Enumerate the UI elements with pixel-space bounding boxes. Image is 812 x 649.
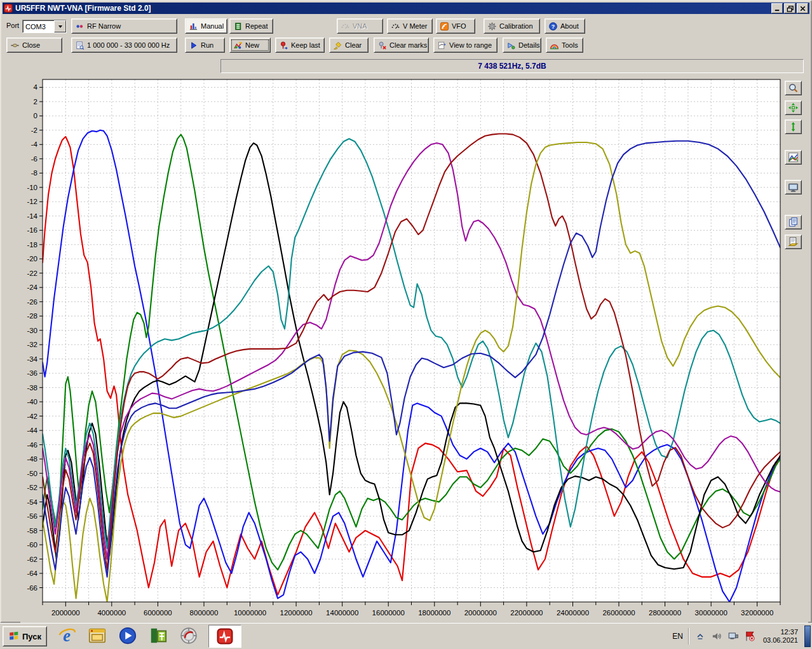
clear-marks-button[interactable]: Clear marks xyxy=(374,38,429,53)
clock-time: 12:37 xyxy=(763,628,798,636)
svg-text:30000000: 30000000 xyxy=(695,609,727,617)
minimize-window-button[interactable] xyxy=(771,3,783,13)
button-label: VFO xyxy=(452,22,466,30)
desktop: UR5FFR NWT-VNA [Firmware Std 2.0] Port C… xyxy=(0,0,812,649)
view-range-page-icon xyxy=(437,41,447,50)
svg-text:-2: -2 xyxy=(31,126,37,134)
svg-text:18000000: 18000000 xyxy=(418,609,450,617)
close-plug-icon xyxy=(10,41,20,50)
svg-text:14000000: 14000000 xyxy=(326,609,358,617)
fit-screen-button[interactable] xyxy=(785,100,802,115)
repeat-button[interactable]: Repeat xyxy=(229,18,273,34)
graph-style-button[interactable] xyxy=(785,150,802,165)
window-controls xyxy=(770,3,808,13)
svg-text:28000000: 28000000 xyxy=(649,609,681,617)
security-alert-tray-icon[interactable] xyxy=(743,629,757,643)
internet-explorer-launcher[interactable]: e xyxy=(56,625,78,646)
about-button[interactable]: ?About xyxy=(545,18,585,34)
nwt-vna-task-button[interactable] xyxy=(208,625,241,648)
taskbar-clock[interactable]: 12:37 03.06.2021 xyxy=(759,628,804,645)
file-explorer-launcher[interactable] xyxy=(86,625,108,646)
clear-button[interactable]: Clear xyxy=(329,38,369,53)
button-label: Keep last xyxy=(291,41,320,49)
frequency-readout: 7 438 521Hz, 5.7dB xyxy=(220,59,804,73)
svg-text:-50: -50 xyxy=(27,470,37,477)
copy-button[interactable] xyxy=(785,215,802,229)
export-button[interactable] xyxy=(785,235,802,249)
button-label: Clear xyxy=(345,41,362,49)
show-desktop-button[interactable] xyxy=(804,625,811,647)
details-button[interactable]: Details xyxy=(503,38,541,53)
quick-launch: e xyxy=(47,625,241,648)
vfo-button[interactable]: VFO xyxy=(436,18,475,34)
manual-bars-icon xyxy=(189,22,198,31)
svg-text:-48: -48 xyxy=(27,455,37,463)
svg-text:-18: -18 xyxy=(27,241,37,249)
svg-text:-28: -28 xyxy=(27,312,37,320)
title-bar[interactable]: UR5FFR NWT-VNA [Firmware Std 2.0] xyxy=(3,3,809,14)
svg-text:-60: -60 xyxy=(27,541,37,549)
close-window-button[interactable] xyxy=(797,3,808,13)
details-arrow-icon xyxy=(506,41,516,50)
safely-remove-tray-icon[interactable] xyxy=(726,629,740,643)
calibration-button[interactable]: Calibration xyxy=(484,18,540,34)
clear-marks-pin-icon xyxy=(377,41,387,50)
tray-separator xyxy=(688,628,689,645)
vna-gauge-icon xyxy=(341,22,350,31)
close-icon xyxy=(799,4,807,13)
svg-text:0: 0 xyxy=(34,112,37,120)
svg-text:-6: -6 xyxy=(31,155,37,163)
taskbar: Пуск e EN 12:37 03.06.2021 xyxy=(0,623,812,649)
button-label: View to range xyxy=(449,41,492,49)
chart-area[interactable]: 420-2-4-6-8-10-12-14-16-18-20-22-24-26-2… xyxy=(20,76,808,623)
svg-text:-66: -66 xyxy=(27,584,37,592)
close-button[interactable]: Close xyxy=(6,38,62,53)
svg-text:4000000: 4000000 xyxy=(97,609,126,617)
port-dropdown-button[interactable] xyxy=(54,20,66,32)
button-label: VNA xyxy=(353,22,367,30)
svg-text:32000000: 32000000 xyxy=(741,609,773,617)
svg-text:-30: -30 xyxy=(27,327,37,334)
calibration-gear-icon xyxy=(487,22,497,31)
hidden-icons-tray-icon[interactable] xyxy=(693,629,707,643)
button-label: New xyxy=(245,41,259,49)
graph-style-icon xyxy=(788,152,799,163)
svg-text:4: 4 xyxy=(34,83,38,91)
button-label: Calibration xyxy=(499,22,533,30)
tools-rainbow-icon xyxy=(550,41,559,50)
fit-vertical-button[interactable] xyxy=(785,120,802,134)
button-label: Details xyxy=(518,41,540,49)
tools-button[interactable]: Tools xyxy=(546,38,583,53)
screen-capture-button[interactable] xyxy=(785,180,802,195)
response-plot[interactable]: 420-2-4-6-8-10-12-14-16-18-20-22-24-26-2… xyxy=(20,76,808,623)
office-app-launcher[interactable] xyxy=(147,625,169,646)
1-000-000-33-000-000-hz-button[interactable]: 1 000 000 - 33 000 000 Hz xyxy=(71,38,177,53)
expand-arrows-icon xyxy=(788,102,799,113)
view-to-range-button[interactable]: View to range xyxy=(433,38,497,53)
svg-text:-14: -14 xyxy=(27,212,37,220)
utility-app-launcher[interactable] xyxy=(178,625,200,646)
svg-text:-12: -12 xyxy=(27,198,37,205)
copy-pages-icon xyxy=(788,217,799,228)
start-button[interactable]: Пуск xyxy=(3,626,47,646)
flag-x-icon xyxy=(744,631,755,642)
app-window: UR5FFR NWT-VNA [Firmware Std 2.0] Port C… xyxy=(0,0,812,623)
port-combobox[interactable]: COM3 xyxy=(22,20,67,33)
v-meter-button[interactable]: V Meter xyxy=(387,18,433,34)
manual-button[interactable]: Manual xyxy=(185,18,227,34)
port-value: COM3 xyxy=(23,23,54,31)
new-button[interactable]: New xyxy=(229,38,271,53)
svg-text:16000000: 16000000 xyxy=(372,609,405,617)
language-indicator[interactable]: EN xyxy=(667,632,688,641)
keep-last-button[interactable]: Keep last xyxy=(275,38,325,53)
run-button[interactable]: Run xyxy=(185,38,225,53)
screen-capture-icon xyxy=(788,182,799,193)
rf-narrow-button[interactable]: RF Narrow xyxy=(71,18,177,34)
chevron-up-icon xyxy=(694,631,706,642)
rf-dots-icon xyxy=(75,22,85,31)
restore-window-button[interactable] xyxy=(784,3,795,13)
volume-tray-icon[interactable] xyxy=(710,629,724,643)
zoom-button[interactable] xyxy=(785,81,802,95)
media-player-launcher[interactable] xyxy=(117,625,139,646)
clock-date: 03.06.2021 xyxy=(763,636,798,645)
